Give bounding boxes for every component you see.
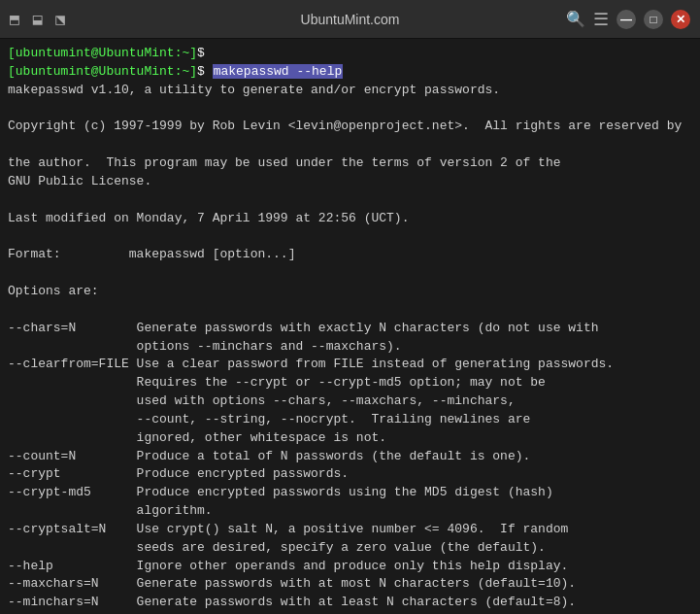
output-line-3: the author. This program may be used und… <box>8 154 692 173</box>
opt-clearfrom-5: ignored, other whitespace is not. <box>8 429 692 448</box>
prompt-1: [ubuntumint@UbuntuMint:~] <box>8 46 197 60</box>
output-format: Format: makepasswd [option...] <box>8 246 692 264</box>
prompt-2: [ubuntumint@UbuntuMint:~] <box>8 64 197 79</box>
output-blank-5 <box>8 264 692 283</box>
output-options-header: Options are: <box>8 283 692 301</box>
opt-clearfrom-1: --clearfrom=FILE Use a clear password fr… <box>8 356 692 374</box>
minimize-button[interactable]: — <box>617 10 636 29</box>
opt-clearfrom-3: used with options --chars, --maxchars, -… <box>8 392 692 411</box>
opt-crypt-md5-1: --crypt-md5 Produce encrypted passwords … <box>8 484 692 502</box>
bookmark-icon[interactable]: ⬔ <box>55 10 65 29</box>
titlebar-right-icons: 🔍 ☰ — □ ✕ <box>566 9 690 30</box>
output-line-5: Last modified on Monday, 7 April 1999 at… <box>8 210 692 228</box>
close-button[interactable]: ✕ <box>671 10 690 29</box>
output-blank-2 <box>8 136 692 154</box>
split-icon[interactable]: ⬓ <box>33 10 43 29</box>
opt-chars-1: --chars=N Generate passwords with exactl… <box>8 320 692 338</box>
terminal-body[interactable]: [ubuntumint@UbuntuMint:~]$ [ubuntumint@U… <box>0 39 700 614</box>
titlebar: ⬒ ⬓ ⬔ UbuntuMint.com 🔍 ☰ — □ ✕ <box>0 0 700 39</box>
output-blank-1 <box>8 100 692 119</box>
opt-chars-2: options --minchars and --maxchars). <box>8 338 692 357</box>
search-icon[interactable]: 🔍 <box>566 10 585 29</box>
opt-cryptsalt-2: seeds are desired, specify a zero value … <box>8 539 692 558</box>
opt-help: --help Ignore other operands and produce… <box>8 558 692 576</box>
output-blank-4 <box>8 227 692 246</box>
opt-clearfrom-4: --count, --string, --nocrypt. Trailing n… <box>8 411 692 429</box>
new-tab-icon[interactable]: ⬒ <box>10 10 19 29</box>
prompt-line-1: [ubuntumint@UbuntuMint:~]$ <box>8 45 692 63</box>
menu-icon[interactable]: ☰ <box>593 9 609 30</box>
opt-cryptsalt-1: --cryptsalt=N Use crypt() salt N, a posi… <box>8 521 692 539</box>
output-blank-3 <box>8 191 692 210</box>
window-title: UbuntuMint.com <box>301 12 400 27</box>
terminal-window: ⬒ ⬓ ⬔ UbuntuMint.com 🔍 ☰ — □ ✕ [ubuntumi… <box>0 0 700 614</box>
opt-minchars: --minchars=N Generate passwords with at … <box>8 594 692 612</box>
output-line-1: makepasswd v1.10, a utility to generate … <box>8 82 692 100</box>
titlebar-left-icons: ⬒ ⬓ ⬔ <box>10 10 65 29</box>
prompt-line-2: [ubuntumint@UbuntuMint:~]$ makepasswd --… <box>8 63 692 82</box>
maximize-button[interactable]: □ <box>644 10 663 29</box>
opt-crypt: --crypt Produce encrypted passwords. <box>8 465 692 484</box>
opt-count: --count=N Produce a total of N passwords… <box>8 448 692 466</box>
opt-maxchars: --maxchars=N Generate passwords with at … <box>8 575 692 594</box>
output-blank-6 <box>8 301 692 320</box>
command-text: makepasswd --help <box>213 64 344 79</box>
opt-crypt-md5-2: algorithm. <box>8 502 692 521</box>
opt-clearfrom-2: Requires the --crypt or --crypt-md5 opti… <box>8 374 692 392</box>
output-line-4: GNU Public License. <box>8 173 692 191</box>
output-line-2: Copyright (c) 1997-1999 by Rob Levin <le… <box>8 118 692 136</box>
